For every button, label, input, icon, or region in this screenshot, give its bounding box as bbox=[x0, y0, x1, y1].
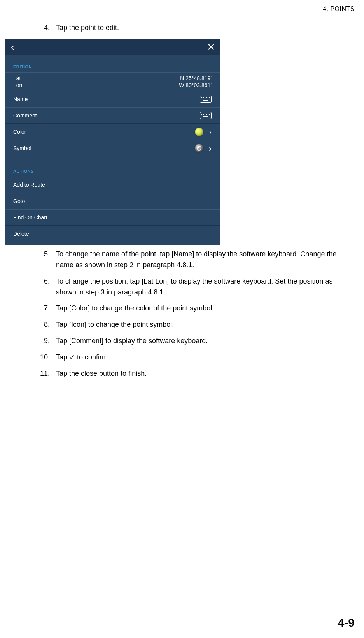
ui-screenshot: ‹ ✕ EDITION Lat Lon N 25°48.819' W 80°03… bbox=[5, 39, 220, 245]
step-item: 6. To change the position, tap [Lat Lon]… bbox=[39, 276, 348, 298]
step-text: Tap [Color] to change the color of the p… bbox=[56, 303, 348, 314]
row-latlon[interactable]: Lat Lon N 25°48.819' W 80°03.861' bbox=[5, 72, 220, 91]
row-goto[interactable]: Goto bbox=[5, 193, 220, 209]
symbol-swatch bbox=[195, 144, 203, 152]
row-name[interactable]: Name bbox=[5, 91, 220, 107]
row-add-to-route[interactable]: Add to Route bbox=[5, 177, 220, 193]
titlebar: ‹ ✕ bbox=[5, 39, 220, 55]
chevron-right-icon: › bbox=[209, 128, 212, 136]
step-text: Tap the close button to finish. bbox=[56, 368, 348, 379]
action-label: Goto bbox=[13, 198, 25, 204]
step-item: 4. Tap the point to edit. bbox=[39, 23, 348, 33]
step-item: 9. Tap [Comment] to display the software… bbox=[39, 336, 348, 347]
step-number: 9. bbox=[39, 336, 50, 347]
comment-label: Comment bbox=[13, 112, 37, 119]
action-label: Delete bbox=[13, 231, 29, 237]
close-button[interactable]: ✕ bbox=[205, 42, 218, 52]
symbol-label: Symbol bbox=[13, 145, 32, 151]
row-comment[interactable]: Comment bbox=[5, 107, 220, 124]
lon-value: W 80°03.861' bbox=[179, 82, 212, 88]
lon-label: Lon bbox=[13, 82, 22, 88]
step-item: 10. Tap ✓ to confirm. bbox=[39, 352, 348, 363]
lat-value: N 25°48.819' bbox=[180, 75, 212, 81]
step-number: 4. bbox=[39, 23, 50, 33]
step-number: 10. bbox=[39, 352, 50, 363]
chevron-right-icon: › bbox=[209, 144, 212, 152]
step-text: To change the name of the point, tap [Na… bbox=[56, 249, 348, 271]
keyboard-icon bbox=[200, 96, 212, 103]
row-color[interactable]: Color › bbox=[5, 124, 220, 140]
step-text: Tap ✓ to confirm. bbox=[56, 352, 348, 363]
name-label: Name bbox=[13, 96, 28, 102]
lat-label: Lat bbox=[13, 75, 22, 81]
section-label-actions: ACTIONS bbox=[5, 163, 220, 177]
row-delete[interactable]: Delete bbox=[5, 226, 220, 242]
step-number: 7. bbox=[39, 303, 50, 314]
step-number: 11. bbox=[39, 368, 50, 379]
step-item: 8. Tap [Icon] to change the point symbol… bbox=[39, 319, 348, 330]
back-button[interactable]: ‹ bbox=[8, 42, 18, 52]
step-text: Tap [Icon] to change the point symbol. bbox=[56, 319, 348, 330]
action-label: Add to Route bbox=[13, 182, 45, 188]
step-item: 5. To change the name of the point, tap … bbox=[39, 249, 348, 271]
step-number: 8. bbox=[39, 319, 50, 330]
step-number: 5. bbox=[39, 249, 50, 271]
step-item: 11. Tap the close button to finish. bbox=[39, 368, 348, 379]
step-item: 7. Tap [Color] to change the color of th… bbox=[39, 303, 348, 314]
row-symbol[interactable]: Symbol › bbox=[5, 140, 220, 156]
step-text: To change the position, tap [Lat Lon] to… bbox=[56, 276, 348, 298]
step-text: Tap the point to edit. bbox=[56, 23, 348, 33]
action-label: Find On Chart bbox=[13, 214, 47, 221]
step-number: 6. bbox=[39, 276, 50, 298]
color-swatch bbox=[195, 128, 203, 136]
color-label: Color bbox=[13, 129, 26, 135]
step-text: Tap [Comment] to display the software ke… bbox=[56, 336, 348, 347]
page-number: 4-9 bbox=[338, 616, 355, 629]
row-find-on-chart[interactable]: Find On Chart bbox=[5, 209, 220, 226]
running-head: 4. POINTS bbox=[323, 5, 355, 12]
keyboard-icon bbox=[200, 112, 212, 119]
section-label-edition: EDITION bbox=[5, 59, 220, 72]
